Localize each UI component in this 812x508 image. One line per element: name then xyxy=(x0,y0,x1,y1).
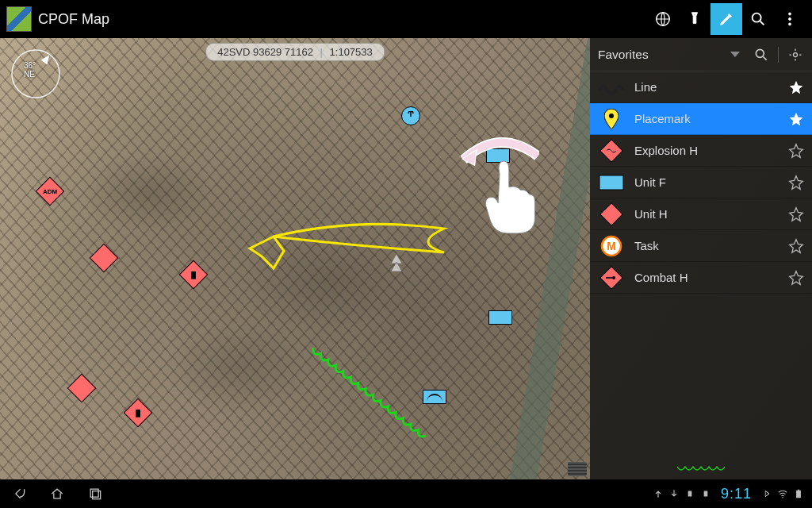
favorite-star-toggle[interactable] xyxy=(788,175,804,190)
svg-point-21 xyxy=(782,497,783,498)
svg-point-8 xyxy=(794,52,798,56)
favorite-star-toggle[interactable] xyxy=(788,270,804,286)
favorite-star-toggle[interactable] xyxy=(788,206,804,222)
hostile-unit-marker[interactable]: ADM xyxy=(36,177,65,206)
sidebar-item-label: Combat H xyxy=(634,271,779,284)
keyboard-toggle[interactable] xyxy=(568,462,587,476)
sidebar-footer-graphic xyxy=(590,454,812,479)
sidebar-item-label: Placemark xyxy=(634,112,779,125)
sidebar-header: Favorites xyxy=(590,38,812,71)
combat-h-icon xyxy=(598,267,625,289)
sidebar-item-combat-h[interactable]: Combat H xyxy=(590,262,812,294)
friendly-sensor-marker[interactable] xyxy=(401,106,420,125)
svg-rect-12 xyxy=(600,202,622,225)
overflow-button[interactable] xyxy=(774,3,806,35)
unit-h-icon xyxy=(598,203,625,225)
app-icon xyxy=(6,6,32,32)
sidebar-item-line[interactable]: Line xyxy=(590,71,812,103)
draw-button[interactable] xyxy=(710,3,742,35)
sidebar-item-task[interactable]: MTask xyxy=(590,230,812,262)
sidebar-item-unit-h[interactable]: Unit H xyxy=(590,198,812,230)
svg-point-16 xyxy=(612,276,615,279)
favorite-star-toggle[interactable] xyxy=(788,238,804,254)
svg-point-4 xyxy=(789,18,791,21)
sidebar-search-button[interactable] xyxy=(753,46,770,64)
sidebar-category-dropdown[interactable]: Favorites xyxy=(598,48,722,62)
bluetooth-icon xyxy=(761,488,772,499)
svg-text:M: M xyxy=(607,240,616,252)
favorite-star-toggle[interactable] xyxy=(788,111,804,127)
svg-point-5 xyxy=(789,23,791,25)
svg-point-6 xyxy=(12,50,59,98)
compass[interactable]: 36°NE xyxy=(8,46,63,102)
sidebar-item-label: Unit H xyxy=(634,207,779,221)
download-icon xyxy=(668,488,680,499)
yellow-arrow-graphic xyxy=(250,224,444,268)
svg-rect-18 xyxy=(93,491,101,499)
back-button[interactable] xyxy=(8,483,30,505)
clock-readout: 9:11 xyxy=(721,486,752,502)
task-icon: M xyxy=(598,235,625,257)
sidebar-item-label: Unit F xyxy=(634,175,779,189)
hostile-unit-marker[interactable]: █ xyxy=(179,260,209,290)
svg-point-1 xyxy=(694,14,695,16)
svg-rect-20 xyxy=(704,491,708,497)
hostile-unit-marker[interactable] xyxy=(67,374,97,403)
svg-rect-22 xyxy=(796,491,801,498)
globe-button[interactable] xyxy=(647,3,679,35)
sidebar-item-label: Line xyxy=(634,80,779,94)
recents-button[interactable] xyxy=(84,483,106,505)
svg-rect-19 xyxy=(688,491,692,497)
svg-rect-23 xyxy=(798,490,799,491)
sidebar-item-unit-f[interactable]: Unit F xyxy=(590,167,812,198)
sidebar-item-placemark[interactable]: Placemark xyxy=(590,103,812,135)
sidebar-locate-button[interactable] xyxy=(787,46,804,64)
svg-point-3 xyxy=(789,13,791,15)
scale-readout: 1:107533 xyxy=(330,46,373,58)
coordinate-chip[interactable]: 42SVD 93629 71162 | 1:107533 xyxy=(205,43,385,61)
gesture-hint-icon xyxy=(460,133,539,237)
search-button[interactable] xyxy=(742,3,774,35)
status-tray[interactable]: 9:11 xyxy=(653,486,804,502)
favorite-star-toggle[interactable] xyxy=(788,143,804,159)
system-navbar: 9:11 xyxy=(0,479,812,508)
map-overlay-layer xyxy=(0,38,590,479)
hostile-unit-marker[interactable]: █ xyxy=(124,398,153,428)
unit-f-icon xyxy=(598,171,625,194)
wifi-icon xyxy=(777,488,788,499)
map-canvas[interactable]: 36°NE 42SVD 93629 71162 | 1:107533 ADM █… xyxy=(0,38,590,479)
svg-point-9 xyxy=(609,114,614,118)
svg-point-7 xyxy=(756,49,764,57)
hostile-unit-marker[interactable] xyxy=(90,244,119,273)
friendly-unit-marker[interactable] xyxy=(486,148,510,163)
svg-point-2 xyxy=(753,13,761,22)
upload-icon xyxy=(653,488,664,499)
own-position-marker xyxy=(391,254,402,271)
svg-rect-17 xyxy=(90,489,98,497)
compass-heading: 36°NE xyxy=(24,62,36,79)
friendly-unit-marker[interactable] xyxy=(502,208,526,222)
notification-icon xyxy=(700,488,711,499)
sidebar-item-label: Task xyxy=(634,239,779,252)
sidebar-item-label: Explosion H xyxy=(634,144,779,157)
flashlight-button[interactable] xyxy=(679,3,710,35)
friendly-unit-marker[interactable] xyxy=(423,390,446,404)
sidebar-item-explosion-h[interactable]: Explosion H xyxy=(590,135,812,167)
explosion-h-icon xyxy=(598,140,625,162)
battery-icon xyxy=(793,488,804,499)
line-icon xyxy=(598,76,625,98)
mgrs-readout: 42SVD 93629 71162 xyxy=(217,46,313,58)
green-fortified-line xyxy=(311,348,426,439)
home-button[interactable] xyxy=(46,483,68,505)
symbol-palette-sidebar: Favorites LinePlacemarkExplosion HUnit F… xyxy=(590,38,812,479)
friendly-unit-marker[interactable] xyxy=(488,310,512,325)
dropdown-caret-icon xyxy=(730,52,740,57)
top-action-bar: CPOF Map xyxy=(0,0,812,38)
notification-icon xyxy=(684,488,695,499)
favorite-star-toggle[interactable] xyxy=(788,79,804,95)
svg-rect-11 xyxy=(599,175,623,190)
app-title: CPOF Map xyxy=(38,11,109,28)
placemark-icon xyxy=(598,108,625,130)
